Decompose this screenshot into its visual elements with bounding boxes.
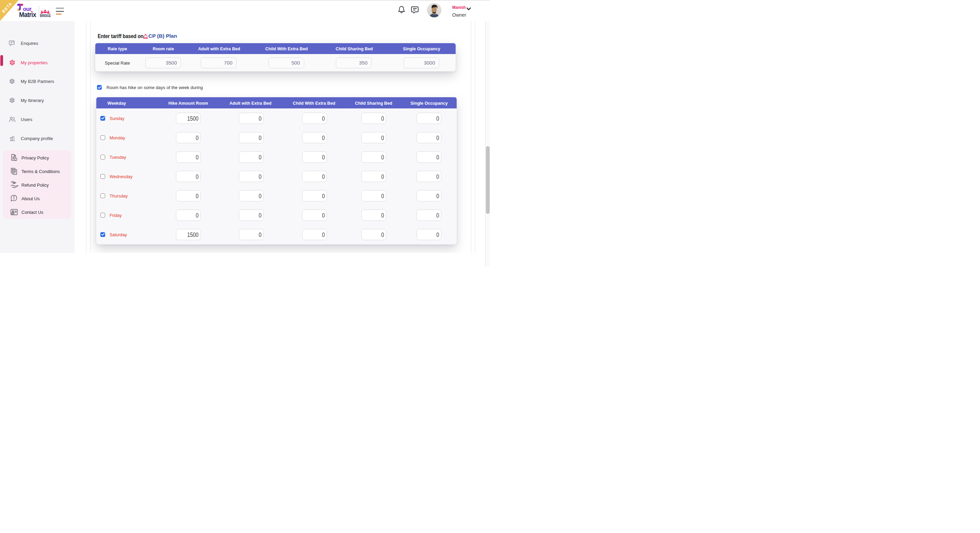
svg-text:BRIDGE: BRIDGE xyxy=(40,14,51,17)
